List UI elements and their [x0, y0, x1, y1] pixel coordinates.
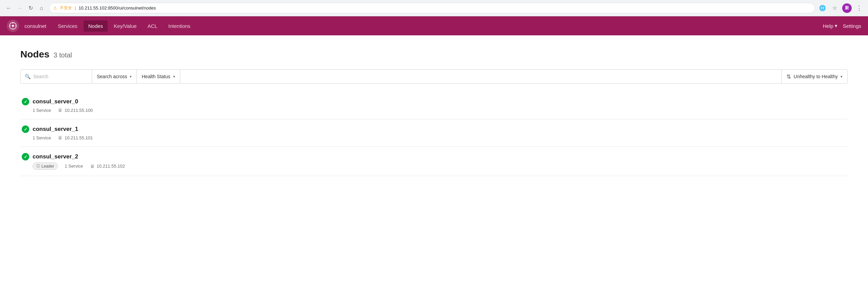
browser-actions: 🌐 ☆ 新 ⋮	[818, 3, 864, 13]
page-title-section: Nodes 3 total	[20, 49, 848, 60]
navbar-right: Help ▾ Settings	[823, 23, 861, 29]
sort-dropdown[interactable]: ⇅ Unhealthy to Healthy ▾	[782, 70, 847, 83]
leader-label: Leader	[41, 164, 54, 169]
health-passing-icon	[22, 125, 29, 133]
health-passing-icon	[22, 98, 29, 105]
node-item: consul_server_1 1 Service 🖥 10.211.55.10…	[20, 119, 848, 147]
node-meta: ⓘ Leader 1 Service 🖥 10.211.55.102	[33, 162, 846, 170]
settings-button[interactable]: Settings	[843, 23, 861, 29]
server-icon: 🖥	[90, 164, 95, 169]
back-button[interactable]: ←	[4, 3, 14, 13]
node-meta: 1 Service 🖥 10.211.55.100	[33, 107, 846, 113]
nodes-list: consul_server_0 1 Service 🖥 10.211.55.10…	[20, 92, 848, 176]
translate-icon: 🌐	[819, 5, 826, 11]
info-icon: ⓘ	[36, 164, 40, 169]
star-icon: ☆	[832, 5, 837, 11]
node-meta: 1 Service 🖥 10.211.55.101	[33, 135, 846, 140]
browser-nav-buttons: ← → ↻ ⌂	[4, 3, 46, 13]
node-header: consul_server_2	[22, 153, 846, 160]
sort-icon: ⇅	[786, 73, 791, 80]
app-name: consulnet	[24, 23, 46, 29]
browser-chrome: ← → ↻ ⌂ ⚠ 不安全 | 10.211.55.102:8500/ui/co…	[0, 0, 868, 16]
bookmark-button[interactable]: ☆	[830, 3, 839, 13]
sort-chevron-icon: ▾	[840, 74, 843, 79]
server-icon: 🖥	[58, 107, 62, 113]
settings-label: Settings	[843, 23, 861, 29]
nav-nodes[interactable]: Nodes	[84, 20, 108, 32]
search-across-dropdown[interactable]: Search across ▾	[92, 70, 137, 83]
home-button[interactable]: ⌂	[37, 3, 46, 13]
main-content: Nodes 3 total 🔍 Search across ▾ Health S…	[0, 35, 868, 291]
security-warning-icon: ⚠	[53, 6, 57, 11]
translate-button[interactable]: 🌐	[818, 3, 827, 13]
ip-address: 10.211.55.101	[65, 135, 93, 140]
page-count: 3 total	[54, 51, 72, 59]
consul-logo-icon	[7, 20, 19, 32]
node-item: consul_server_0 1 Service 🖥 10.211.55.10…	[20, 92, 848, 119]
address-bar[interactable]: ⚠ 不安全 | 10.211.55.102:8500/ui/consulnet/…	[49, 3, 815, 13]
browser-menu-button[interactable]: ⋮	[854, 3, 864, 13]
page-title: Nodes	[20, 49, 50, 60]
service-count-item: 1 Service	[33, 108, 51, 113]
search-across-chevron-icon: ▾	[130, 74, 132, 79]
node-item: consul_server_2 ⓘ Leader 1 Service 🖥 10.…	[20, 147, 848, 176]
search-across-label: Search across	[97, 74, 127, 79]
ip-item: 🖥 10.211.55.101	[58, 135, 93, 140]
toolbar: 🔍 Search across ▾ Health Status ▾ ⇅ Unhe…	[20, 69, 848, 84]
health-status-chevron-icon: ▾	[173, 74, 175, 79]
refresh-button[interactable]: ↻	[26, 3, 35, 13]
navbar-items: Services Nodes Key/Value ACL Intentions	[53, 20, 823, 32]
nav-keyvalue[interactable]: Key/Value	[109, 20, 141, 32]
help-button[interactable]: Help ▾	[823, 23, 837, 29]
ip-address: 10.211.55.102	[97, 164, 125, 169]
health-passing-icon	[22, 153, 29, 160]
forward-button[interactable]: →	[15, 3, 24, 13]
search-icon: 🔍	[25, 74, 31, 79]
node-header: consul_server_0	[22, 98, 846, 105]
navbar: consulnet Services Nodes Key/Value ACL I…	[0, 16, 868, 35]
node-header: consul_server_1	[22, 125, 846, 133]
health-status-label: Health Status	[142, 74, 170, 79]
health-status-dropdown[interactable]: Health Status ▾	[137, 70, 180, 83]
node-name[interactable]: consul_server_1	[33, 126, 78, 133]
service-count-item: 1 Service	[65, 164, 83, 169]
node-name[interactable]: consul_server_0	[33, 98, 78, 105]
nav-acl[interactable]: ACL	[143, 20, 162, 32]
url-separator: |	[75, 5, 76, 11]
navbar-logo	[7, 20, 19, 32]
leader-badge[interactable]: ⓘ Leader	[33, 162, 58, 170]
toolbar-right: ⇅ Unhealthy to Healthy ▾	[781, 70, 847, 83]
help-chevron-icon: ▾	[835, 23, 837, 29]
ip-item: 🖥 10.211.55.100	[58, 107, 93, 113]
security-warning-text: 不安全	[60, 5, 72, 11]
service-count-text: 1 Service	[33, 108, 51, 113]
server-icon: 🖥	[58, 135, 62, 140]
sort-label: Unhealthy to Healthy	[794, 74, 838, 79]
url-text: 10.211.55.102:8500/ui/consulnet/nodes	[78, 5, 156, 11]
profile-avatar-button[interactable]: 新	[842, 3, 852, 13]
ip-item: 🖥 10.211.55.102	[90, 164, 125, 169]
search-box: 🔍	[21, 70, 92, 83]
nav-services[interactable]: Services	[53, 20, 82, 32]
ip-address: 10.211.55.100	[65, 108, 93, 113]
svg-point-1	[12, 25, 14, 27]
service-count-text: 1 Service	[33, 135, 51, 140]
help-label: Help	[823, 23, 833, 29]
service-count-item: 1 Service	[33, 135, 51, 140]
search-input[interactable]	[33, 74, 88, 79]
nav-intentions[interactable]: Intentions	[164, 20, 195, 32]
service-count-text: 1 Service	[65, 164, 83, 169]
node-name[interactable]: consul_server_2	[33, 153, 78, 160]
